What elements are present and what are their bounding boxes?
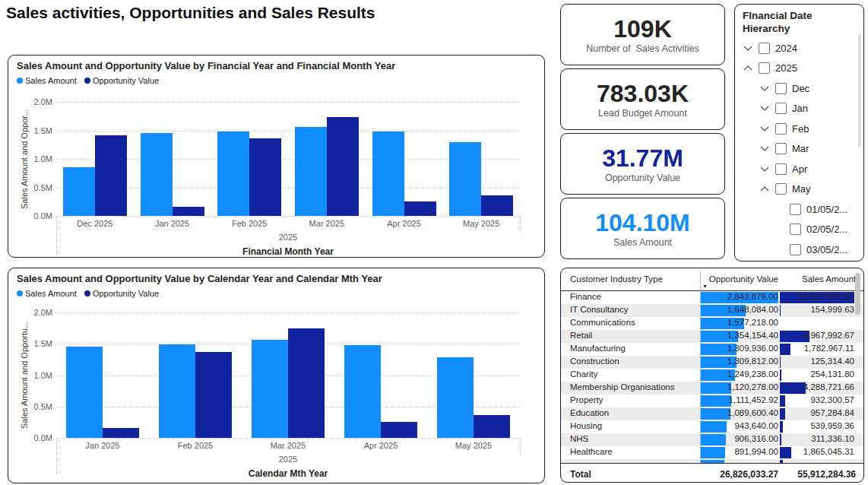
sales-amount-bar[interactable] (63, 167, 95, 217)
date-hierarchy-panel: FInancial Date Hierarchy 20242025DecJanF… (734, 4, 864, 262)
bar-pair (252, 328, 325, 438)
table-row[interactable]: NHS906,316.00311,336.10 (561, 433, 863, 446)
legend-item[interactable]: Opportunity Value (84, 289, 159, 298)
sales-amount-bar[interactable] (66, 347, 103, 438)
checkbox[interactable] (775, 103, 787, 114)
column-header-opportunity-value[interactable]: Opportunity Value (701, 274, 778, 284)
table-row[interactable]: IT Consultancy1,648,084.00154,999.63 (561, 304, 863, 317)
table-row[interactable]: Property1,111,452.92932,300.57 (561, 395, 863, 407)
opportunity-value-bar[interactable] (95, 135, 127, 217)
chevron-down-icon[interactable] (759, 83, 770, 94)
sales-amount-bar[interactable] (344, 345, 381, 438)
legend-item[interactable]: Sales Amount (17, 76, 77, 85)
checkbox[interactable] (775, 143, 787, 154)
sales-amount-bar[interactable] (449, 142, 481, 216)
table-scrollbar-thumb[interactable] (855, 273, 860, 315)
sales-amount-bar[interactable] (217, 132, 249, 216)
tree-item-apr[interactable]: Apr (735, 159, 857, 179)
y-tick-label: 0.0M (24, 211, 52, 220)
table-row[interactable]: Education1,089,600.40957,284.84 (561, 407, 863, 420)
chevron-up-icon[interactable] (759, 184, 770, 195)
column-header-sales-amount[interactable]: Sales Amount (783, 274, 856, 284)
opportunity-value-bar[interactable] (381, 422, 417, 438)
sales-amount-bar[interactable] (437, 357, 474, 438)
opportunity-value-bar[interactable] (404, 201, 436, 217)
legend-item[interactable]: Opportunity Value (84, 76, 159, 85)
x-axis-title: Calendar Mth Year (56, 468, 520, 479)
tree-item-feb[interactable]: Feb (735, 119, 857, 139)
sales-amount-bar[interactable] (252, 340, 288, 438)
kpi-value: 31.77M (602, 145, 683, 171)
tree-item-label: Feb (792, 123, 809, 135)
table-row[interactable]: Healthcare891,994.001,865,045.31 (561, 446, 863, 459)
opportunity-value-bar[interactable] (103, 428, 139, 438)
checkbox[interactable] (775, 163, 787, 175)
y-tick-label: 1.0M (24, 154, 52, 163)
column-header-industry[interactable]: Customer Industry Type (570, 274, 699, 284)
sales-amount-bar[interactable] (141, 133, 173, 216)
tree-item-jan[interactable]: Jan (735, 99, 857, 119)
tree-item-03-05-2-[interactable]: 03/05/2... (735, 239, 857, 260)
sales-amount-bar[interactable] (372, 132, 404, 216)
tree-item-mar[interactable]: Mar (735, 139, 857, 160)
year-axis-label: 2025 (56, 233, 520, 242)
checkbox[interactable] (775, 83, 787, 94)
table-row[interactable]: Construction1,309,812.00125,314.40 (561, 356, 863, 369)
kpi-card[interactable]: 104.10MSales Amount (560, 198, 725, 259)
opportunity-value-bar[interactable] (327, 117, 359, 217)
sales-amount-legend-dot-icon (17, 78, 23, 84)
kpi-value: 783.03K (597, 81, 689, 106)
table-row[interactable]: Manufacturing1,309,936.001,782,967.11 (561, 343, 863, 356)
gridline (56, 216, 520, 217)
legend: Sales AmountOpportunity Value (17, 76, 159, 85)
checkbox[interactable] (790, 223, 801, 235)
x-category-label: Jan 2025 (56, 441, 149, 450)
tree-item-01-05-2-[interactable]: 01/05/2... (735, 199, 857, 220)
table-row[interactable]: Housing943,640.00539,959.36 (561, 420, 863, 433)
chevron-down-icon[interactable] (759, 144, 770, 154)
tree-item-02-05-2-[interactable]: 02/05/2... (735, 220, 857, 240)
sales-amount-bar[interactable] (159, 344, 195, 438)
checkbox[interactable] (759, 62, 770, 74)
checkbox[interactable] (790, 204, 801, 215)
checkbox[interactable] (775, 123, 787, 135)
checkbox[interactable] (759, 43, 770, 54)
cell-industry: Charity (570, 369, 597, 379)
y-tick-label: 0.0M (24, 433, 52, 442)
kpi-card[interactable]: 31.77MOpportunity Value (560, 133, 725, 195)
kpi-card[interactable]: 109KNumber of Sales Activities (560, 4, 725, 65)
chevron-down-icon[interactable] (759, 123, 770, 134)
cell-opportunity-value: 1,089,600.40 (701, 408, 778, 417)
checkbox[interactable] (775, 183, 787, 195)
legend-item[interactable]: Sales Amount (17, 289, 77, 298)
table-row[interactable]: Finance2,843,878.0012,527,091.57 (561, 291, 863, 304)
legend-item-label: Sales Amount (25, 76, 77, 85)
slicer-scrollbar-thumb[interactable] (858, 33, 861, 147)
chevron-down-icon[interactable] (759, 103, 770, 114)
kpi-card[interactable]: 783.03KLead Budget Amount (560, 68, 725, 130)
chevron-down-icon[interactable] (743, 43, 753, 53)
cell-sales-amount: 12,527,091.57 (780, 292, 854, 301)
table-row[interactable]: Charity1,249,238.00254,131.80 (561, 369, 863, 382)
tree-item-2024[interactable]: 2024 (735, 38, 857, 59)
legend-item-label: Opportunity Value (93, 76, 159, 85)
tree-item-may[interactable]: May (735, 179, 857, 200)
table-row[interactable]: Membership Organisations1,120,278.004,28… (561, 382, 863, 395)
opportunity-value-bar[interactable] (173, 207, 204, 216)
tree-item-dec[interactable]: Dec (735, 78, 857, 99)
table-row[interactable]: Retail1,354,154.404,967,992.67 (561, 330, 863, 343)
chevron-down-icon[interactable] (759, 163, 770, 174)
opportunity-value-bar[interactable] (474, 415, 510, 438)
cell-sales-amount: 154,999.63 (780, 305, 854, 314)
opportunity-value-bar[interactable] (249, 138, 281, 216)
opportunity-value-bar[interactable] (481, 195, 513, 216)
bar-group (149, 312, 242, 438)
table-row[interactable]: Communications1,577,218.00 (561, 317, 863, 330)
opportunity-value-bar[interactable] (288, 328, 325, 438)
sales-amount-bar[interactable] (295, 127, 327, 216)
sort-descending-icon[interactable]: ▼ (702, 284, 708, 289)
chevron-up-icon[interactable] (743, 63, 753, 74)
tree-item-2025[interactable]: 2025 (735, 59, 857, 79)
checkbox[interactable] (790, 244, 801, 255)
opportunity-value-bar[interactable] (195, 352, 232, 438)
